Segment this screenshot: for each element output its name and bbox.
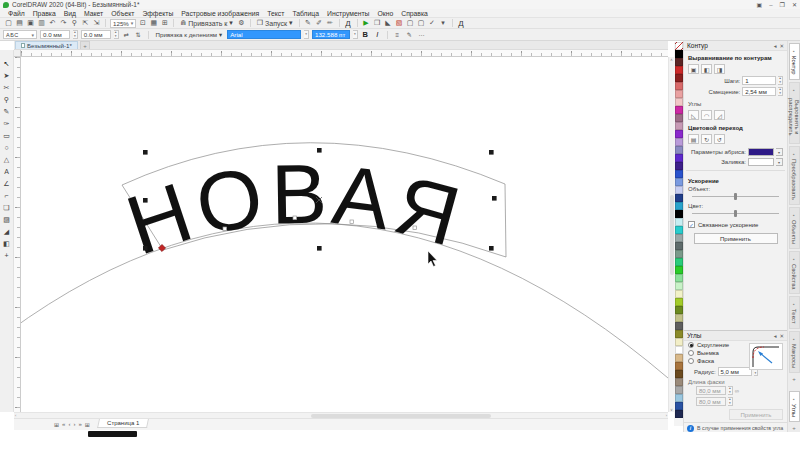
docker-tab[interactable]: Углы <box>789 391 800 422</box>
export-icon[interactable]: ⇲ <box>92 19 101 28</box>
contour-apply-button[interactable]: Применить <box>694 233 778 244</box>
slider-thumb[interactable] <box>734 210 737 217</box>
contour-to-center-icon[interactable]: ▣ <box>688 64 699 74</box>
open-icon[interactable]: ▤ <box>15 19 24 28</box>
mirror-horizontal-icon[interactable]: ⇄ <box>122 30 131 39</box>
color-swatch[interactable] <box>675 410 683 418</box>
pick-tool[interactable]: ↖ <box>1 58 13 69</box>
vscroll-thumb[interactable] <box>670 195 674 275</box>
vertical-ruler[interactable] <box>14 57 21 412</box>
more-tools[interactable]: + <box>1 250 13 261</box>
more-tools-icon[interactable]: ▾ <box>439 19 448 28</box>
minimize-button[interactable]: – <box>769 2 772 8</box>
undo-icon[interactable]: ↶ <box>48 19 57 28</box>
check-icon[interactable]: ✓ <box>428 19 437 28</box>
menu-item[interactable]: Файл <box>4 10 29 17</box>
page-tab[interactable]: Страница 1 <box>97 419 149 428</box>
path-curve[interactable] <box>21 223 668 378</box>
color-swatch[interactable] <box>675 50 683 58</box>
overflow-icon[interactable]: ⋯ <box>417 30 426 39</box>
collapse-docker-icon[interactable]: ◂ <box>774 43 777 49</box>
hscroll-thumb[interactable] <box>311 414 491 418</box>
color-swatch[interactable] <box>675 146 683 154</box>
menu-item[interactable]: Таблица <box>288 10 323 17</box>
prev-page-icon[interactable]: ‹ <box>68 421 70 427</box>
collapse-docker-icon[interactable]: ◂ <box>774 333 777 339</box>
bold-button[interactable]: B <box>361 30 370 39</box>
font-list-dropdown[interactable]: ▾ <box>304 30 309 39</box>
no-color-swatch[interactable] <box>675 42 683 50</box>
color-swatch[interactable] <box>675 274 683 282</box>
color-swatch[interactable] <box>675 226 683 234</box>
first-page-icon[interactable]: « <box>62 421 65 427</box>
options-gear-icon[interactable]: ⚙ <box>237 19 246 28</box>
inside-contour-icon[interactable]: ◧ <box>701 64 712 74</box>
color-swatch[interactable] <box>675 162 683 170</box>
docker-tab[interactable]: Выровнять и распределить <box>789 82 800 144</box>
add-page-icon[interactable]: ⊞ <box>54 421 59 428</box>
color-swatch[interactable] <box>675 82 683 90</box>
glyphs2-icon[interactable]: Д <box>457 19 466 28</box>
color-swatch[interactable] <box>675 290 683 298</box>
import-icon[interactable]: ⇱ <box>81 19 90 28</box>
menu-item[interactable]: Макет <box>80 10 107 17</box>
mirror-vertical-icon[interactable]: ⇅ <box>134 30 143 39</box>
docker-tab[interactable]: Текст <box>789 296 800 329</box>
text-align-icon[interactable]: ≡ <box>393 30 402 39</box>
search-icon[interactable]: ⚲ <box>70 19 79 28</box>
rectangle-tool[interactable]: ▭ <box>1 130 13 141</box>
corner-tool-icon[interactable]: ◣ <box>384 19 393 28</box>
color-swatch[interactable] <box>675 202 683 210</box>
restore-button[interactable]: ❐ <box>780 1 785 8</box>
play-icon[interactable]: ▶ <box>362 19 371 28</box>
color-swatch[interactable] <box>675 210 683 218</box>
font-size-input[interactable]: 132.588 пт <box>312 30 350 39</box>
edit-pen-icon[interactable]: ✏ <box>326 19 335 28</box>
round-corner-icon[interactable]: ◠ <box>701 110 712 120</box>
new-document-icon[interactable]: ▢ <box>4 19 13 28</box>
grid-icon[interactable]: ⊞ <box>160 19 169 28</box>
page-settings-icon[interactable]: ⊞ <box>85 421 90 428</box>
launch-dropdown[interactable]: ❐ Запуск ▾ <box>255 19 295 28</box>
frame2-icon[interactable]: ▢ <box>417 19 426 28</box>
glyphs-icon[interactable]: Д <box>344 19 353 28</box>
docker-tab[interactable]: Макросы <box>789 331 800 373</box>
italic-button[interactable]: I <box>373 30 382 39</box>
menu-item[interactable]: Объект <box>107 10 138 17</box>
scroll-down-icon[interactable]: ∨ <box>670 407 673 412</box>
slider-thumb[interactable] <box>734 193 737 200</box>
print-icon[interactable]: ▥ <box>37 19 46 28</box>
close-docker-icon[interactable]: ✕ <box>779 333 784 339</box>
color-swatch[interactable] <box>675 266 683 274</box>
fill-color-swatch[interactable] <box>748 158 774 166</box>
color-swatch[interactable] <box>675 138 683 146</box>
snap-to-dropdown[interactable]: ⋒ Привязать к ▾ <box>178 19 234 28</box>
docker-tab[interactable]: Преобразовать <box>789 146 800 205</box>
text-orientation-select[interactable]: АБС ▾ <box>3 30 37 39</box>
menu-item[interactable]: Текст <box>263 10 288 17</box>
steps-spinner[interactable]: ▴▾ <box>778 76 783 85</box>
outside-contour-icon[interactable]: ◨ <box>714 64 725 74</box>
color-swatch[interactable] <box>675 250 683 258</box>
canvas-svg[interactable]: НОВАЯ <box>21 57 668 412</box>
menu-item[interactable]: Инструменты <box>323 10 373 17</box>
drawing-canvas[interactable]: НОВАЯ <box>21 57 668 412</box>
color-swatch[interactable] <box>675 66 683 74</box>
color-swatch[interactable] <box>675 386 683 394</box>
color-acceleration-slider[interactable] <box>692 210 779 217</box>
docker-tab[interactable]: Объекты <box>789 207 800 249</box>
outline-color-swatch[interactable] <box>748 148 774 156</box>
new-document-tab-button[interactable]: + <box>80 41 90 49</box>
artistic-text-object[interactable]: НОВАЯ <box>116 147 474 273</box>
crop-tool[interactable]: ✂ <box>1 82 13 93</box>
radius-input[interactable]: 5,0 мм <box>718 367 752 376</box>
connector-tool[interactable]: ⌐ <box>1 190 13 201</box>
transparency-tool[interactable]: ▨ <box>1 214 13 225</box>
red-tool-icon[interactable]: ▧ <box>395 19 404 28</box>
color-swatch[interactable] <box>675 178 683 186</box>
drop-shadow-tool[interactable]: ❏ <box>1 202 13 213</box>
ruler-origin[interactable] <box>14 50 21 57</box>
menu-item[interactable]: Эффекты <box>138 10 177 17</box>
color-swatch[interactable] <box>675 298 683 306</box>
font-size-dropdown[interactable]: ▾ <box>353 30 358 39</box>
